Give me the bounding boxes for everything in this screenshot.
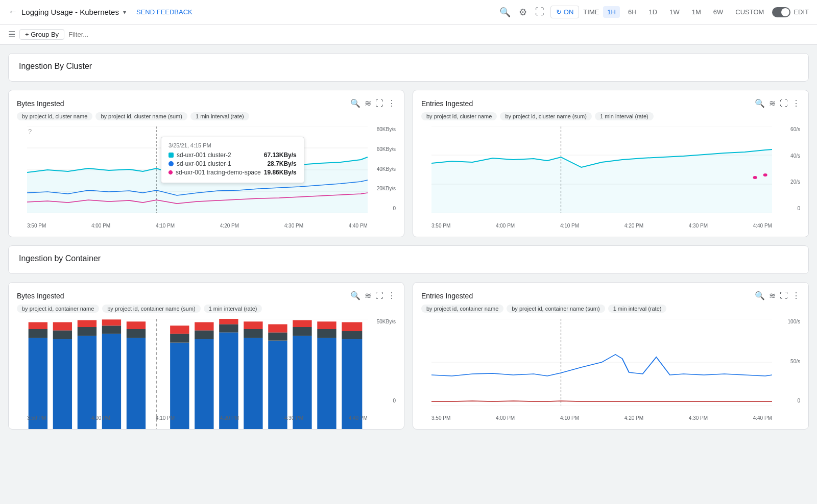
cluster-bytes-legend-icon[interactable]: ≋ bbox=[365, 98, 371, 108]
fullscreen-icon[interactable]: ⛶ bbox=[533, 5, 546, 19]
time-1h-button[interactable]: 1H bbox=[603, 6, 620, 18]
container-entries-tag-1[interactable]: by project id, container name bbox=[421, 305, 503, 313]
cluster-bytes-tag-3[interactable]: 1 min interval (rate) bbox=[190, 112, 249, 120]
container-bytes-expand-icon[interactable]: ⛶ bbox=[375, 291, 383, 300]
y-label-60: 60KBy/s bbox=[377, 146, 396, 152]
group-by-label: + Group By bbox=[25, 31, 59, 38]
svg-rect-37 bbox=[195, 331, 213, 339]
cluster-entries-menu-icon[interactable]: ⋮ bbox=[792, 98, 800, 108]
cluster-entries-tag-1[interactable]: by project id, cluster name bbox=[421, 112, 497, 120]
tooltip-val-1: 67.13KBy/s bbox=[264, 152, 297, 159]
y-label-0s: 0 bbox=[797, 206, 800, 211]
container-bytes-search-icon[interactable]: 🔍 bbox=[350, 291, 361, 300]
x-label-440: 4:40 PM bbox=[349, 223, 368, 229]
time-custom-button[interactable]: CUSTOM bbox=[731, 6, 768, 18]
svg-rect-22 bbox=[53, 331, 72, 339]
container-bytes-x-axis: 3:50 PM 4:00 PM 4:10 PM 4:20 PM 4:30 PM … bbox=[27, 415, 368, 421]
svg-rect-38 bbox=[195, 322, 213, 331]
cluster-bytes-header: Bytes Ingested 🔍 ≋ ⛶ ⋮ bbox=[17, 98, 396, 108]
cluster-bytes-search-icon[interactable]: 🔍 bbox=[350, 98, 361, 108]
container-bytes-tag-3[interactable]: 1 min interval (rate) bbox=[204, 305, 262, 313]
tooltip-name-2: sd-uxr-001 cluster-1 bbox=[177, 160, 264, 167]
y-label-0kby: 0 bbox=[393, 398, 396, 404]
ingestion-by-cluster-section: Ingestion By Cluster bbox=[8, 53, 809, 82]
container-entries-actions: 🔍 ≋ ⛶ ⋮ bbox=[755, 291, 800, 300]
x-label-410: 4:10 PM bbox=[156, 223, 175, 229]
back-button[interactable]: ← bbox=[8, 7, 17, 17]
container-entries-search-icon[interactable]: 🔍 bbox=[755, 291, 765, 300]
cluster-entries-search-icon[interactable]: 🔍 bbox=[755, 98, 765, 108]
tooltip-name-3: sd-uxr-001 tracing-demo-space bbox=[176, 169, 261, 176]
filter-input[interactable] bbox=[68, 31, 809, 38]
time-label: TIME bbox=[583, 8, 599, 16]
time-1d-button[interactable]: 1D bbox=[645, 6, 662, 18]
svg-rect-35 bbox=[170, 325, 189, 334]
y-label-20: 20KBy/s bbox=[377, 186, 396, 191]
container-bytes-tag-2[interactable]: by project id, container name (sum) bbox=[102, 305, 200, 313]
search-icon[interactable]: 🔍 bbox=[497, 5, 513, 20]
tooltip-row-1: sd-uxr-001 cluster-2 67.13KBy/s bbox=[169, 152, 297, 159]
svg-rect-55 bbox=[342, 331, 362, 339]
time-1m-button[interactable]: 1M bbox=[688, 6, 705, 18]
container-bytes-actions: 🔍 ≋ ⛶ ⋮ bbox=[350, 291, 396, 300]
container-entries-tag-3[interactable]: 1 min interval (rate) bbox=[608, 305, 667, 313]
time-6w-button[interactable]: 6W bbox=[709, 6, 728, 18]
cluster-entries-tag-2[interactable]: by project id, cluster name (sum) bbox=[500, 112, 592, 120]
help-icon[interactable]: ? bbox=[28, 128, 32, 135]
topnav: ← Logging Usage - Kubernetes ▾ SEND FEED… bbox=[0, 0, 817, 24]
sync-label: ON bbox=[564, 8, 574, 16]
group-by-button[interactable]: + Group By bbox=[19, 29, 64, 40]
container-entries-expand-icon[interactable]: ⛶ bbox=[780, 291, 788, 300]
cluster-bytes-expand-icon[interactable]: ⛶ bbox=[375, 99, 383, 108]
edit-toggle[interactable]: EDIT bbox=[772, 7, 809, 17]
cluster-entries-chart-area: 60/s 40/s 20/s 0 bbox=[421, 127, 800, 229]
tooltip-dot-3 bbox=[167, 169, 173, 175]
container-entries-y-axis: 100/s 50/s 0 bbox=[775, 319, 800, 406]
sync-button[interactable]: ↻ ON bbox=[550, 6, 580, 18]
container-bytes-tag-1[interactable]: by project id, container name bbox=[17, 305, 99, 313]
time-6h-button[interactable]: 6H bbox=[624, 6, 641, 18]
cluster-entries-legend-icon[interactable]: ≋ bbox=[769, 98, 776, 108]
cluster-entries-title: Entries Ingested bbox=[421, 99, 755, 108]
svg-point-14 bbox=[763, 173, 767, 177]
y-50: 50/s bbox=[790, 359, 800, 364]
cluster-entries-tag-3[interactable]: 1 min interval (rate) bbox=[595, 112, 654, 120]
title-dropdown-icon[interactable]: ▾ bbox=[123, 9, 126, 16]
cluster-entries-x-axis: 3:50 PM 4:00 PM 4:10 PM 4:20 PM 4:30 PM … bbox=[431, 223, 772, 229]
time-1w-button[interactable]: 1W bbox=[665, 6, 684, 18]
container-bytes-menu-icon[interactable]: ⋮ bbox=[388, 291, 396, 300]
container-entries-legend-icon[interactable]: ≋ bbox=[769, 291, 776, 300]
svg-rect-47 bbox=[268, 324, 287, 333]
sync-icon: ↻ bbox=[556, 8, 562, 16]
edit-toggle-switch[interactable] bbox=[772, 7, 790, 17]
settings-icon[interactable]: ⚙ bbox=[517, 5, 529, 20]
container-entries-tag-2[interactable]: by project id, container name (sum) bbox=[507, 305, 605, 313]
cluster-bytes-title: Bytes Ingested bbox=[17, 99, 350, 108]
cluster-bytes-tag-2[interactable]: by project id, cluster name (sum) bbox=[95, 112, 187, 120]
cluster-entries-y-axis: 60/s 40/s 20/s 0 bbox=[775, 127, 800, 213]
container-bytes-panel: Bytes Ingested 🔍 ≋ ⛶ ⋮ by project id, co… bbox=[8, 282, 404, 430]
svg-rect-25 bbox=[78, 327, 97, 336]
container-bytes-legend-icon[interactable]: ≋ bbox=[365, 291, 371, 300]
cluster-chart-row: Bytes Ingested 🔍 ≋ ⛶ ⋮ by project id, cl… bbox=[8, 90, 809, 237]
container-entries-panel: Entries Ingested 🔍 ≋ ⛶ ⋮ by project id, … bbox=[413, 282, 809, 430]
svg-rect-19 bbox=[29, 329, 47, 338]
svg-rect-20 bbox=[29, 322, 47, 329]
container-bytes-tags: by project id, container name by project… bbox=[17, 305, 396, 313]
ingestion-by-cluster-title: Ingestion By Cluster bbox=[19, 62, 798, 71]
cluster-bytes-actions: 🔍 ≋ ⛶ ⋮ bbox=[350, 98, 396, 108]
svg-rect-44 bbox=[244, 321, 262, 329]
container-entries-menu-icon[interactable]: ⋮ bbox=[792, 291, 800, 300]
container-bytes-y-axis: 50KBy/s 0 bbox=[370, 319, 396, 406]
ingestion-by-container-section: Ingestion by Container bbox=[8, 245, 809, 274]
cluster-bytes-tag-1[interactable]: by project id, cluster name bbox=[17, 112, 92, 120]
y-label-50kby: 50KBy/s bbox=[377, 319, 396, 324]
y-label-60s: 60/s bbox=[790, 127, 800, 132]
feedback-link[interactable]: SEND FEEDBACK bbox=[136, 8, 193, 16]
cluster-bytes-menu-icon[interactable]: ⋮ bbox=[388, 98, 396, 108]
tooltip-row-3: sd-uxr-001 tracing-demo-space 19.86KBy/s bbox=[169, 169, 297, 176]
cluster-entries-expand-icon[interactable]: ⛶ bbox=[780, 99, 788, 108]
x-label-420: 4:20 PM bbox=[220, 223, 239, 229]
y-0e: 0 bbox=[797, 398, 800, 404]
cluster-bytes-chart-area: 80KBy/s 60KBy/s 40KBy/s 20KBy/s 0 bbox=[17, 127, 396, 229]
